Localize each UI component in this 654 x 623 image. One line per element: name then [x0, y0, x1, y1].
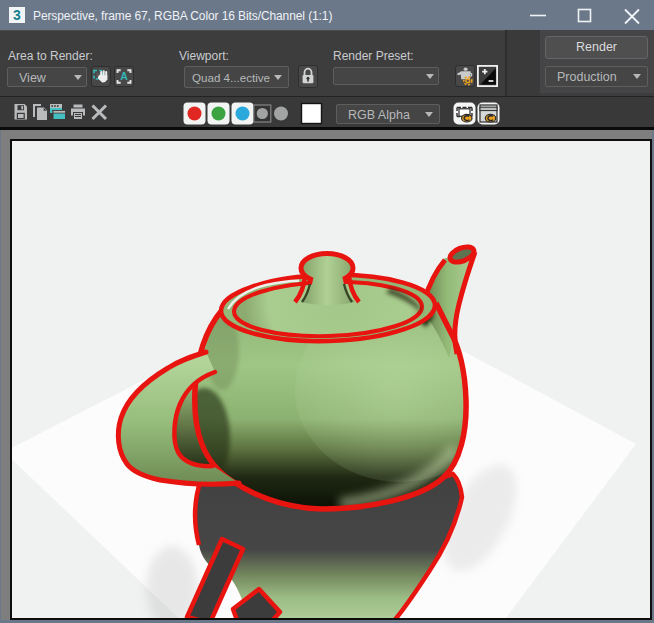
svg-text:A: A [120, 70, 128, 82]
